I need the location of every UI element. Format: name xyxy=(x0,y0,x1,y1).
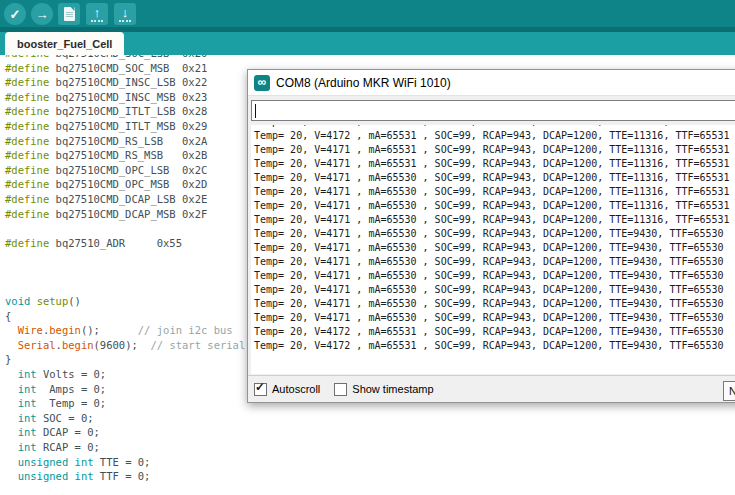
code-line: #define bq27510CMD_ITLT_MSB 0x29 xyxy=(5,119,245,134)
new-sketch-button[interactable] xyxy=(58,3,80,25)
serial-output-line: Temp= 20, V=4171 , mA=65531 , SOC=99, RC… xyxy=(251,143,735,157)
serial-output-line: Temp= 20, V=4171 , mA=65530 , SOC=99, RC… xyxy=(251,311,735,325)
serial-output-line: Temp= 20, V=4171 , mA=65530 , SOC=99, RC… xyxy=(251,199,735,213)
tab-label: booster_Fuel_Cell xyxy=(17,38,112,50)
code-line: int RCAP = 0; xyxy=(5,440,245,455)
serial-output-line: Temp= 20, V=4171 , mA=65530 , SOC=99, RC… xyxy=(251,269,735,283)
verify-button[interactable]: ✓ xyxy=(4,3,26,25)
tab-bar: booster_Fuel_Cell xyxy=(0,27,735,55)
line-ending-dropdown[interactable]: Newline xyxy=(723,381,735,401)
serial-monitor-window: ∞ COM8 (Arduino MKR WiFi 1010) Temp= 20,… xyxy=(247,69,735,403)
code-line: #define bq27510CMD_RS_LSB 0x2A xyxy=(5,134,245,149)
checkmark-icon: ✓ xyxy=(10,8,21,21)
code-line: int Volts = 0; xyxy=(5,367,245,382)
tray-line xyxy=(91,20,103,22)
code-line: int Temp = 0; xyxy=(5,396,245,411)
code-line xyxy=(5,221,245,236)
code-line xyxy=(5,280,245,295)
save-button[interactable]: ↓ xyxy=(114,3,136,25)
autoscroll-toggle[interactable]: ✓ Autoscroll xyxy=(254,383,320,396)
line-ending-label: Newline xyxy=(729,385,735,397)
code-line: Serial.begin(9600); // start serial xyxy=(5,338,245,353)
serial-send-input[interactable] xyxy=(251,100,735,121)
serial-monitor-bottombar: ✓ Autoscroll Show timestamp xyxy=(248,375,735,402)
code-line: #define bq27510CMD_ITLT_LSB 0x28 xyxy=(5,104,245,119)
serial-output-line: Temp= 20, V=4172 , mA=65531 , SOC=99, RC… xyxy=(251,129,735,143)
ide-toolbar: ✓ → ↑ ↓ xyxy=(0,0,735,27)
code-line: #define bq27510CMD_DCAP_MSB 0x2F xyxy=(5,207,245,222)
autoscroll-label: Autoscroll xyxy=(272,383,320,395)
serial-output-line: Temp= 20, V=4171 , mA=65530 , SOC=99, RC… xyxy=(251,227,735,241)
code-line: int SOC = 0; xyxy=(5,411,245,426)
serial-output-area[interactable]: Temp= 20, V=4172 , mA=65531 , SOC=99, RC… xyxy=(251,125,735,374)
code-line xyxy=(5,265,245,280)
serial-output-line: Temp= 20, V=4172 , mA=65531 , SOC=99, RC… xyxy=(251,325,735,339)
text-cursor xyxy=(255,104,256,118)
serial-output-line: Temp= 20, V=4171 , mA=65530 , SOC=99, RC… xyxy=(251,241,735,255)
code-line: #define bq27510CMD_DCAP_LSB 0x2E xyxy=(5,192,245,207)
code-line: #define bq27510CMD_SOC_MSB 0x21 xyxy=(5,61,245,76)
new-file-icon xyxy=(64,7,75,21)
code-line: #define bq27510_ADR 0x55 xyxy=(5,236,245,251)
code-line: #define bq27510CMD_INSC_MSB 0x23 xyxy=(5,90,245,105)
code-line xyxy=(5,250,245,265)
autoscroll-checkbox[interactable]: ✓ xyxy=(254,383,267,396)
code-line: } xyxy=(5,352,245,367)
serial-output-line: Temp= 20, V=4171 , mA=65530 , SOC=99, RC… xyxy=(251,283,735,297)
tab-booster-fuel-cell[interactable]: booster_Fuel_Cell xyxy=(5,32,124,55)
tray-line xyxy=(119,20,131,22)
code-line: unsigned int TTF = 0; xyxy=(5,469,245,484)
window-titlebar[interactable]: ∞ COM8 (Arduino MKR WiFi 1010) xyxy=(248,70,735,96)
code-line: #define bq27510CMD_OPC_MSB 0x2D xyxy=(5,177,245,192)
code-line: void setup() xyxy=(5,294,245,309)
serial-output-line: Temp= 20, V=4172 , mA=65531 , SOC=99, RC… xyxy=(251,339,735,353)
upload-button[interactable]: → xyxy=(31,3,53,25)
code-line: int DCAP = 0; xyxy=(5,425,245,440)
sketch-code: #define bq27510CMD_SOC_LSB 0x20#define b… xyxy=(5,46,245,484)
serial-output-line: Temp= 20, V=4171 , mA=65530 , SOC=99, RC… xyxy=(251,213,735,227)
timestamp-checkbox[interactable] xyxy=(334,383,347,396)
down-arrow-icon: ↓ xyxy=(122,6,129,19)
code-line: #define bq27510CMD_OPC_LSB 0x2C xyxy=(5,163,245,178)
serial-output-line: Temp= 20, V=4171 , mA=65531 , SOC=99, RC… xyxy=(251,157,735,171)
code-line: #define bq27510CMD_INSC_LSB 0x22 xyxy=(5,75,245,90)
code-line: Wire.begin(); // join i2c bus xyxy=(5,323,245,338)
arduino-logo-icon: ∞ xyxy=(254,75,270,91)
code-line: { xyxy=(5,309,245,324)
timestamp-label: Show timestamp xyxy=(352,383,433,395)
code-line: #define bq27510CMD_RS_MSB 0x2B xyxy=(5,148,245,163)
right-arrow-icon: → xyxy=(36,8,49,21)
serial-output-line: Temp= 20, V=4171 , mA=65530 , SOC=99, RC… xyxy=(251,297,735,311)
timestamp-toggle[interactable]: Show timestamp xyxy=(334,383,433,396)
up-arrow-icon: ↑ xyxy=(94,6,101,19)
serial-output-line: Temp= 20, V=4171 , mA=65530 , SOC=99, RC… xyxy=(251,255,735,269)
open-button[interactable]: ↑ xyxy=(86,3,108,25)
serial-output-line: Temp= 20, V=4171 , mA=65530 , SOC=99, RC… xyxy=(251,185,735,199)
window-title: COM8 (Arduino MKR WiFi 1010) xyxy=(276,76,451,90)
serial-output-line: Temp= 20, V=4171 , mA=65530 , SOC=99, RC… xyxy=(251,171,735,185)
check-icon: ✓ xyxy=(255,381,265,394)
code-line: unsigned int TTE = 0; xyxy=(5,455,245,470)
code-line: int Amps = 0; xyxy=(5,382,245,397)
